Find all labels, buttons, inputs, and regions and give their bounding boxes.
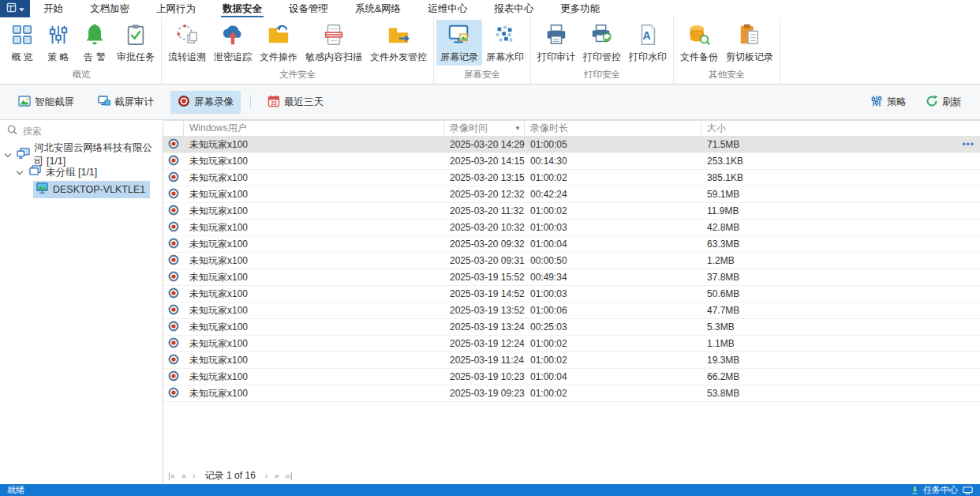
tab-report-center[interactable]: 报表中心 <box>481 0 547 17</box>
menubar: 开始 文档加密 上网行为 数据安全 设备管理 系统&网络 运维中心 报表中心 更… <box>0 0 980 17</box>
overview-button[interactable]: 概 览 <box>4 20 40 66</box>
ribbon-group-other-security: 文件备份 剪切板记录 其他安全 <box>674 17 780 84</box>
print-control-button[interactable]: 打印管控 <box>579 20 625 66</box>
ribbon-group-print-security: 打印审计 打印管控 A 打印水印 打印安全 <box>531 17 674 84</box>
header-size[interactable]: 大小 <box>701 121 980 136</box>
table-row[interactable]: 未知玩家x100 2025-03-20 12:32:13 00:42:24 59… <box>163 186 980 203</box>
refresh-button[interactable]: 刷新 <box>918 91 969 114</box>
screen-recording-button[interactable]: 屏幕录像 <box>170 91 241 114</box>
device-monitor-icon[interactable] <box>963 487 973 494</box>
print-watermark-button[interactable]: A 打印水印 <box>625 20 671 66</box>
document-scan-icon <box>322 23 346 49</box>
tab-web-behavior[interactable]: 上网行为 <box>143 0 209 17</box>
tab-start[interactable]: 开始 <box>30 0 77 17</box>
screen-watermark-button[interactable]: 屏幕水印 <box>482 20 528 66</box>
caret-down-icon <box>19 3 24 14</box>
alert-button[interactable]: 告 警 <box>77 20 113 66</box>
smart-capture-button[interactable]: 智能截屏 <box>11 91 81 114</box>
app-menu-button[interactable] <box>0 0 30 17</box>
row-time: 2025-03-20 09:31:12 <box>444 253 525 269</box>
row-time: 2025-03-20 14:29:59 <box>444 137 525 152</box>
search-box <box>0 120 163 142</box>
printer-shield-icon <box>590 23 614 49</box>
tab-data-security[interactable]: 数据安全 <box>209 0 275 17</box>
recent-three-days-button[interactable]: 23 最近三天 <box>260 91 331 114</box>
tab-more-features[interactable]: 更多功能 <box>547 0 613 17</box>
search-input[interactable] <box>23 126 155 137</box>
flow-trace-button[interactable]: 流转追溯 <box>164 20 210 66</box>
table-row[interactable]: 未知玩家x100 2025-03-20 13:15:14 01:00:02 38… <box>163 170 980 186</box>
ribbon-group-label-overview: 概览 <box>4 68 159 84</box>
table-row[interactable]: 未知玩家x100 2025-03-19 15:52:27 00:49:34 37… <box>163 269 980 286</box>
print-audit-button[interactable]: 打印审计 <box>533 20 579 66</box>
file-operation-button[interactable]: 文件操作 <box>256 20 301 66</box>
tab-system-network[interactable]: 系统&网络 <box>342 0 414 17</box>
printer-icon <box>544 23 568 49</box>
file-operation-label: 文件操作 <box>260 51 297 64</box>
row-user: 未知玩家x100 <box>184 203 444 219</box>
page-rewind-button[interactable]: « <box>178 471 189 480</box>
tree-item-company[interactable]: 河北安固云网络科技有限公司 [1/1] <box>0 146 163 163</box>
table-row[interactable]: 未知玩家x100 2025-03-19 10:23:56 01:00:04 66… <box>163 369 980 385</box>
table-row[interactable]: 未知玩家x100 2025-03-19 12:24:03 01:00:02 1.… <box>163 336 980 352</box>
row-duration: 00:25:03 <box>525 319 701 335</box>
capture-audit-label: 截屏审计 <box>114 96 154 109</box>
screen-watermark-label: 屏幕水印 <box>486 51 524 64</box>
table-row[interactable]: 未知玩家x100 2025-03-20 10:32:07 01:00:03 42… <box>163 220 980 236</box>
page-first-button[interactable]: |« <box>165 471 178 480</box>
tab-ops-center[interactable]: 运维中心 <box>414 0 481 17</box>
table-row[interactable]: 未知玩家x100 2025-03-20 14:15:16 00:14:30 25… <box>163 153 980 170</box>
page-next-button[interactable]: › <box>262 471 271 480</box>
table-row[interactable]: 未知玩家x100 2025-03-19 14:52:24 01:00:03 50… <box>163 286 980 302</box>
tab-doc-encrypt[interactable]: 文档加密 <box>77 0 143 17</box>
recording-icon <box>168 155 179 168</box>
row-duration: 01:00:03 <box>525 220 701 235</box>
policy-toolbar-button[interactable]: 策略 <box>863 91 914 114</box>
row-user: 未知玩家x100 <box>184 385 444 401</box>
recording-icon <box>168 337 179 351</box>
tree-item-computer-label: DESKTOP-VLKTLE1 <box>53 184 145 195</box>
header-windows-user[interactable]: Windows用户 <box>184 121 444 136</box>
row-time: 2025-03-19 14:52:24 <box>444 286 525 302</box>
screen-recording-label: 屏幕录像 <box>194 96 234 109</box>
header-record-time[interactable]: 录像时间 ▼ <box>444 121 525 136</box>
table-row[interactable]: 未知玩家x100 2025-03-20 14:29:59 01:00:05 71… <box>163 137 980 153</box>
clipboard-doc-icon <box>738 23 761 49</box>
sensitive-scan-button[interactable]: 敏感内容扫描 <box>301 20 366 66</box>
recording-icon <box>168 238 179 251</box>
page-last-button[interactable]: »| <box>282 471 296 480</box>
table-row[interactable]: 未知玩家x100 2025-03-19 11:24:00 01:00:02 19… <box>163 352 980 369</box>
policy-button[interactable]: 策 略 <box>40 20 77 66</box>
row-size: 11.9MB <box>701 203 980 219</box>
sort-desc-icon[interactable]: ▼ <box>514 125 521 132</box>
tab-device-manage[interactable]: 设备管理 <box>275 0 342 17</box>
page-prev-button[interactable]: ‹ <box>189 471 199 480</box>
policy-toolbar-label: 策略 <box>887 96 907 109</box>
approval-tasks-button[interactable]: 审批任务 <box>113 20 159 66</box>
table-row[interactable]: 未知玩家x100 2025-03-19 13:52:17 01:00:06 47… <box>163 302 980 319</box>
table-row[interactable]: 未知玩家x100 2025-03-19 09:23:53 01:00:02 53… <box>163 385 980 402</box>
row-size: 71.5MB <box>701 137 962 152</box>
screen-record-label: 屏幕记录 <box>440 51 478 64</box>
leak-track-button[interactable]: 泄密追踪 <box>210 20 256 66</box>
page-forward-button[interactable]: » <box>271 471 282 480</box>
clipboard-record-button[interactable]: 剪切板记录 <box>722 20 777 66</box>
row-time: 2025-03-19 10:23:56 <box>444 369 525 385</box>
file-outgoing-button[interactable]: 文件外发管控 <box>366 20 431 66</box>
tree-item-computer[interactable]: DESKTOP-VLKTLE1 <box>0 181 163 198</box>
row-user: 未知玩家x100 <box>184 336 444 351</box>
capture-audit-button[interactable]: 截屏审计 <box>91 91 161 114</box>
table-row[interactable]: 未知玩家x100 2025-03-20 09:32:03 01:00:04 63… <box>163 236 980 253</box>
table-row[interactable]: 未知玩家x100 2025-03-20 09:31:12 00:00:50 1.… <box>163 253 980 269</box>
computer-icon <box>36 182 49 197</box>
header-duration[interactable]: 录像时长 <box>525 121 701 136</box>
file-backup-button[interactable]: 文件备份 <box>676 20 722 66</box>
row-time: 2025-03-19 12:24:03 <box>444 336 525 351</box>
secondary-toolbar: 智能截屏 截屏审计 屏幕录像 23 最近三天 策略 刷新 <box>0 85 980 120</box>
screen-record-button[interactable]: 屏幕记录 <box>436 20 482 66</box>
task-center-button[interactable]: 任务中心 <box>923 484 958 496</box>
table-row[interactable]: 未知玩家x100 2025-03-20 11:32:11 01:00:02 11… <box>163 203 980 220</box>
toolbar-divider <box>250 95 251 109</box>
table-row[interactable]: 未知玩家x100 2025-03-19 13:24:05 00:25:03 5.… <box>163 319 980 336</box>
row-more-button[interactable]: ••• <box>962 139 974 150</box>
